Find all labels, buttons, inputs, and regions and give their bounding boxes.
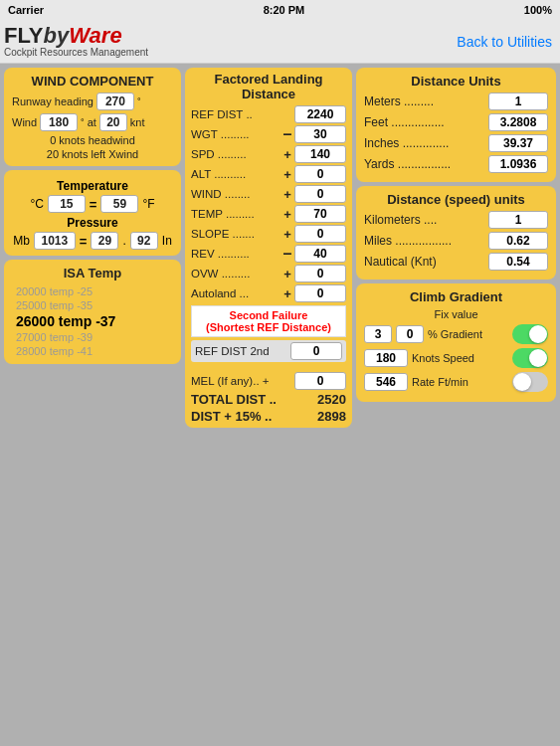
spd-input[interactable] [294,145,346,163]
inhg2-input[interactable] [130,232,158,250]
fld-row-wgt: WGT ......... – [191,125,346,143]
wgt-label: WGT ......... [191,128,280,140]
isa-alt-26000: 26000 temp -37 [16,313,115,329]
temp-fld-input[interactable] [294,205,346,223]
wgt-op: – [280,125,294,143]
mb-input[interactable] [34,232,76,250]
climb-gradient-title: Climb Gradient [364,289,548,304]
miles-label: Miles ................. [364,234,452,248]
gradient-label: % Gradient [428,328,508,340]
inches-input[interactable] [488,134,548,152]
isa-rows: 20000 temp -25 25000 temp -35 26000 temp… [12,284,173,358]
knots-toggle[interactable] [512,348,548,368]
ds-row-km: Kilometers .... [364,211,548,229]
isa-row-26000: 26000 temp -37 [12,312,173,330]
wind-component-title: WIND COMPONENT [12,74,173,89]
logo-by: by [44,23,70,48]
meters-input[interactable] [488,93,548,110]
isa-row-20000: 20000 temp -25 [12,284,173,298]
inhg1-input[interactable] [91,232,118,250]
slope-input[interactable] [294,225,346,243]
factored-landing-panel: Factored Landing Distance REF DIST .. WG… [185,68,352,428]
time-label: 8:20 PM [264,4,305,16]
factored-landing-title: Factored Landing Distance [191,72,346,101]
carrier-label: Carrier [8,4,44,16]
total-dist-row: TOTAL DIST .. 2520 [191,392,346,407]
fahrenheit-input[interactable] [100,195,138,213]
temp-row: °C = °F [12,195,173,213]
wind-degree: ° [81,117,85,127]
ds-row-miles: Miles ................. [364,232,548,250]
refdist-input[interactable] [294,105,346,123]
second-failure-text: Second Failure [194,309,343,321]
runway-label: Runway heading [12,95,93,107]
wind-fld-op: + [280,187,294,202]
mel-input[interactable] [294,372,346,390]
nautical-input[interactable] [488,253,548,271]
gradient-toggle[interactable] [512,324,548,344]
ovw-input[interactable] [294,265,346,282]
nautical-label: Nautical (Knt) [364,255,437,269]
wind-row: Wind ° at knt [12,113,173,131]
back-to-utilities-button[interactable]: Back to Utilities [457,34,552,50]
spacer [191,364,346,372]
gradient-row: % Gradient [364,324,548,344]
wind-fld-input[interactable] [294,185,346,203]
isa-alt-28000: 28000 temp -41 [16,345,93,357]
gradient-val2-input[interactable] [396,325,424,343]
ovw-label: OVW ......... [191,268,280,280]
total-dist-value: 2520 [317,392,346,407]
alt-op: + [280,167,294,182]
temp-equals: = [90,197,97,212]
wind-speed-input[interactable] [99,113,127,131]
wind-direction-input[interactable] [40,113,78,131]
wgt-input[interactable] [294,125,346,143]
yards-label: Yards ................ [364,157,451,171]
autoland-input[interactable] [294,284,346,302]
logo: FLYbyWare [4,25,148,47]
status-bar: Carrier 8:20 PM 100% [0,0,560,20]
celsius-input[interactable] [48,195,86,213]
miles-input[interactable] [488,232,548,250]
runway-heading-input[interactable] [96,93,134,110]
temp-fld-label: TEMP ......... [191,208,280,220]
gradient-val1-input[interactable] [364,325,392,343]
meters-label: Meters ......... [364,94,434,108]
isa-row-28000: 28000 temp -41 [12,344,173,358]
wind-label: Wind [12,116,37,128]
fld-row-mel: MEL (If any).. + [191,372,346,390]
knots-input[interactable] [364,349,408,367]
rate-input[interactable] [364,373,408,391]
feet-input[interactable] [488,113,548,131]
rate-toggle[interactable] [512,372,548,392]
isa-alt-20000: 20000 temp -25 [16,285,93,297]
autoland-label: Autoland ... [191,287,280,299]
km-label: Kilometers .... [364,213,437,227]
yards-input[interactable] [488,155,548,173]
refdist-label: REF DIST .. [191,108,280,120]
logo-ware: Ware [69,23,121,48]
logo-subtitle: Cockpit Resources Management [4,47,148,58]
pressure-title: Pressure [12,216,173,230]
feet-label: Feet ................ [364,115,445,129]
distance-speed-panel: Distance (speed) units Kilometers .... M… [356,186,556,280]
left-column: WIND COMPONENT Runway heading ° Wind ° a… [4,68,181,742]
alt-input[interactable] [294,165,346,183]
right-column: Distance Units Meters ......... Feet ...… [356,68,556,742]
rev-input[interactable] [294,245,346,263]
rate-row: Rate Ft/min [364,372,548,392]
in-label: In [162,234,172,248]
temperature-panel: Temperature °C = °F Pressure Mb = . In [4,170,181,256]
fix-value-label: Fix value [364,308,548,320]
total-dist-label: TOTAL DIST .. [191,392,277,407]
wind-component-panel: WIND COMPONENT Runway heading ° Wind ° a… [4,68,181,166]
knots-row: Knots Speed [364,348,548,368]
refdist2nd-input[interactable] [290,342,342,360]
isa-alt-25000: 25000 temp -35 [16,299,93,311]
runway-degree: ° [137,96,141,106]
runway-row: Runway heading ° [12,93,173,110]
spd-label: SPD ......... [191,148,280,160]
isa-row-25000: 25000 temp -35 [12,298,173,312]
headwind-result: 0 knots headwind [12,134,173,146]
km-input[interactable] [488,211,548,229]
